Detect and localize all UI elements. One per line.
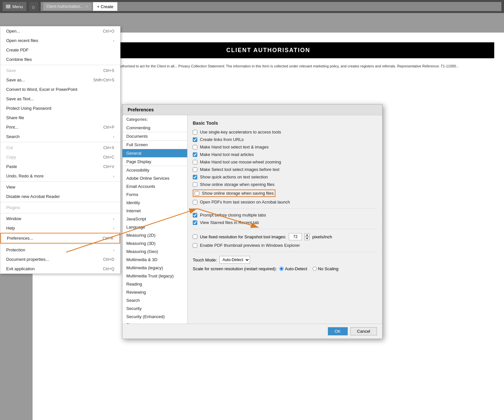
- cat-item-security[interactable]: Security: [122, 304, 187, 313]
- preferences-bottom: OK Cancel: [122, 324, 382, 339]
- cat-item-measuring-3d[interactable]: Measuring (3D): [122, 239, 187, 247]
- touch-mode-label: Touch Mode:: [193, 258, 217, 262]
- menu-item-create-pdf[interactable]: Create PDF: [0, 45, 120, 55]
- menu-item-window[interactable]: Window ›: [0, 214, 120, 223]
- menu-item-plugins-label: Plugins: [6, 205, 20, 210]
- snapshot-down-button[interactable]: ▼: [304, 237, 310, 240]
- checkbox-hand-articles[interactable]: [193, 152, 197, 157]
- checkbox-open-pdfs[interactable]: [193, 200, 197, 204]
- menu-item-disable[interactable]: Disable new Acrobat Reader: [0, 192, 120, 201]
- cat-item-multimedia-3d[interactable]: Multimedia & 3D: [122, 256, 187, 264]
- checkbox-single-key[interactable]: [193, 130, 197, 134]
- tab-label: Client Authorisation...: [47, 4, 83, 9]
- menu-item-open-shortcut: Ctrl+O: [103, 29, 114, 34]
- ok-button[interactable]: OK: [328, 327, 348, 335]
- menu-item-share[interactable]: Share file: [0, 113, 120, 122]
- cat-item-email[interactable]: Email Accounts: [122, 182, 187, 190]
- checkbox-online-saving[interactable]: [195, 191, 199, 196]
- cat-item-general[interactable]: General: [122, 149, 187, 158]
- checkbox-hand-select[interactable]: [193, 145, 197, 149]
- snapshot-value-input[interactable]: [289, 233, 302, 240]
- cat-item-fullscreen[interactable]: Full Screen: [122, 141, 187, 149]
- checkbox-create-links[interactable]: [193, 137, 197, 142]
- checkbox-quick-actions[interactable]: [193, 175, 197, 179]
- cat-item-adobe-online[interactable]: Adobe Online Services: [122, 174, 187, 182]
- pref-row-snapshot: Use fixed resolution for Snapshot tool i…: [193, 233, 377, 240]
- menu-item-undo-label: Undo, Redo & more: [6, 174, 44, 178]
- menu-item-window-label: Window: [6, 216, 21, 221]
- menu-item-help[interactable]: Help ›: [0, 223, 120, 233]
- menu-item-search-label: Search: [6, 134, 20, 139]
- scale-auto-detect-radio[interactable]: [279, 267, 284, 271]
- tab-close-icon[interactable]: ✕: [85, 5, 88, 9]
- cat-item-measuring-2d[interactable]: Measuring (2D): [122, 231, 187, 239]
- cancel-button[interactable]: Cancel: [350, 327, 377, 335]
- label-quick-actions: Show quick actions on text selection: [200, 175, 268, 179]
- menu-item-protection[interactable]: Protection ›: [0, 245, 120, 255]
- cat-item-reviewing[interactable]: Reviewing: [122, 288, 187, 296]
- menu-item-combine[interactable]: Combine files: [0, 55, 120, 64]
- cat-item-reading[interactable]: Reading: [122, 280, 187, 288]
- menu-item-exit[interactable]: Exit application Ctrl+Q: [0, 264, 120, 273]
- checkbox-snapshot[interactable]: [193, 234, 197, 239]
- menu-item-search[interactable]: Search ›: [0, 132, 120, 141]
- menu-item-print[interactable]: Print... Ctrl+P: [0, 122, 120, 132]
- cat-item-forms[interactable]: Forms: [122, 190, 187, 199]
- menu-item-save-text[interactable]: Save as Text...: [0, 94, 120, 104]
- cat-item-security-enhanced[interactable]: Security (Enhanced): [122, 313, 187, 321]
- menu-item-save-as[interactable]: Save as... Shift+Ctrl+S: [0, 75, 120, 85]
- checkbox-prompt-tabs[interactable]: [193, 213, 197, 217]
- cat-item-identity[interactable]: Identity: [122, 199, 187, 207]
- snapshot-up-button[interactable]: ▲: [304, 233, 310, 237]
- home-button[interactable]: ⌂: [29, 2, 38, 11]
- cat-item-commenting[interactable]: Commenting: [122, 124, 187, 132]
- cat-item-javascript[interactable]: JavaScript: [122, 215, 187, 223]
- menu-item-create-pdf-label: Create PDF: [6, 48, 29, 52]
- preferences-title: Preferences: [122, 105, 382, 115]
- menu-item-protect[interactable]: Protect Using Password: [0, 104, 120, 113]
- cat-item-page-display[interactable]: Page Display: [122, 158, 187, 166]
- pref-row-thumbnail: Enable PDF thumbnail previews in Windows…: [193, 243, 377, 248]
- menu-item-exit-label: Exit application: [6, 266, 35, 271]
- active-tab[interactable]: Client Authorisation... ✕: [43, 3, 91, 10]
- menu-item-open[interactable]: Open... Ctrl+O: [0, 26, 120, 36]
- menu-item-help-label: Help: [6, 226, 15, 231]
- checkbox-select-images[interactable]: [193, 167, 197, 172]
- create-button[interactable]: + Create: [93, 2, 118, 11]
- touch-mode-select[interactable]: Auto-Detect On Off: [219, 256, 250, 264]
- menu-item-preferences[interactable]: Preferences... Ctrl+K: [0, 233, 120, 244]
- cat-item-internet[interactable]: Internet: [122, 207, 187, 215]
- menu-item-view[interactable]: View: [0, 182, 120, 192]
- scale-no-scaling[interactable]: No Scaling: [313, 266, 339, 271]
- menu-item-undo[interactable]: Undo, Redo & more ›: [0, 171, 120, 181]
- cat-item-search-cat[interactable]: Search: [122, 296, 187, 304]
- pref-divider-3: [193, 252, 377, 252]
- pref-row-online-saving: Show online storage when saving files: [193, 189, 377, 197]
- cat-item-signatures[interactable]: Signatures: [122, 321, 187, 324]
- label-online-opening: Show online storage when opening files: [200, 182, 274, 187]
- menu-item-open-recent[interactable]: Open recent files ›: [0, 36, 120, 45]
- menu-item-convert-label: Convert to Word, Excel or PowerPoint: [6, 87, 77, 92]
- scale-no-scaling-radio[interactable]: [313, 267, 317, 271]
- menu-item-print-label: Print...: [6, 125, 19, 130]
- menu-button[interactable]: Menu: [3, 2, 26, 11]
- cat-item-accessibility[interactable]: Accessibility: [122, 166, 187, 174]
- cat-item-documents[interactable]: Documents: [122, 132, 187, 141]
- scale-radio-group: Auto-Detect No Scaling: [279, 266, 339, 271]
- menu-item-doc-props[interactable]: Document properties... Ctrl+D: [0, 255, 120, 264]
- cat-item-language[interactable]: Language: [122, 223, 187, 231]
- cat-item-multimedia-trust[interactable]: Multimedia Trust (legacy): [122, 272, 187, 280]
- scale-auto-detect[interactable]: Auto-Detect: [279, 266, 307, 271]
- cat-item-measuring-geo[interactable]: Measuring (Geo): [122, 247, 187, 256]
- menu-item-plugins: Plugins: [0, 203, 120, 212]
- snapshot-unit-label: pixels/inch: [312, 234, 332, 239]
- pref-row-prompt-tabs: Prompt before closing multiple tabs: [193, 213, 377, 217]
- menu-item-convert[interactable]: Convert to Word, Excel or PowerPoint: [0, 85, 120, 94]
- menu-item-paste[interactable]: Paste Ctrl+V: [0, 162, 120, 171]
- cat-item-multimedia-legacy[interactable]: Multimedia (legacy): [122, 264, 187, 272]
- checkbox-hand-zoom[interactable]: [193, 160, 197, 164]
- checkbox-online-opening[interactable]: [193, 182, 197, 187]
- checkbox-starred-files[interactable]: [193, 220, 197, 225]
- checkbox-thumbnail[interactable]: [193, 243, 197, 248]
- label-open-pdfs: Open PDFs from last session on Acrobat l…: [200, 200, 290, 204]
